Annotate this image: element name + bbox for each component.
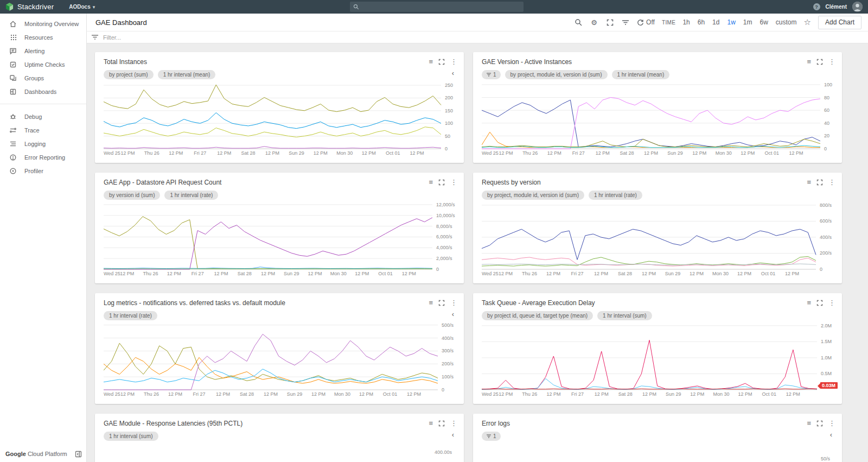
chart-card-log-metrics: Log metrics - notifications vs. deferred… [95,293,464,404]
legend-icon[interactable]: ≡ [429,299,433,307]
chevron-left-icon[interactable]: ‹ [452,310,454,318]
interval-badge[interactable]: 1 hr interval (sum) [104,432,158,441]
expand-icon[interactable] [438,420,445,427]
sidebar-item-profiler[interactable]: Profiler [0,164,86,178]
range-6w[interactable]: 6w [760,18,768,26]
filter-count-badge[interactable]: 1 [482,432,501,441]
global-search[interactable] [350,2,524,12]
stackdriver-brand[interactable]: Stackdriver [0,3,54,11]
line-chart-gae-version-active-instances[interactable]: 020406080100Wed 2512 PMThu 2612 PMFri 27… [482,81,838,156]
sidebar-item-debug[interactable]: Debug [0,110,86,123]
svg-text:0: 0 [824,146,827,151]
sidebar-item-trace[interactable]: Trace [0,123,86,137]
project-switcher[interactable]: AODocs ▾ [69,4,95,10]
more-options-icon[interactable]: ⋮ [828,178,835,186]
expand-icon[interactable] [816,179,823,186]
svg-text:Thu 26: Thu 26 [522,391,537,397]
line-chart-error-logs[interactable]: 50/s [482,443,838,462]
add-chart-button[interactable]: Add Chart [818,16,861,29]
svg-text:Thu 26: Thu 26 [522,150,538,156]
interval-badge[interactable]: 1 hr interval (rate) [104,311,157,320]
legend-icon[interactable]: ≡ [429,58,433,66]
range-1m[interactable]: 1m [743,18,752,26]
more-options-icon[interactable]: ⋮ [828,299,835,307]
legend-icon[interactable]: ≡ [807,58,811,66]
svg-text:Wed 25: Wed 25 [482,271,499,276]
sidebar-item-error-reporting[interactable]: Error Reporting [0,150,86,164]
more-options-icon[interactable]: ⋮ [828,58,835,66]
svg-text:12 PM: 12 PM [362,150,376,156]
range-1d[interactable]: 1d [712,18,719,26]
sidebar-item-monitoring-overview[interactable]: Monitoring Overview [0,17,86,30]
expand-icon[interactable] [816,59,823,65]
sidebar-item-uptime-checks[interactable]: Uptime Checks [0,58,86,71]
filter-icon[interactable] [621,18,630,27]
svg-text:Sat 28: Sat 28 [238,271,252,276]
line-chart-requests-by-version[interactable]: 0200/s400/s600/s800/sWed 2512 PMThu 2612… [482,202,838,277]
sidebar-collapse-icon[interactable] [75,450,82,457]
filter-count-badge[interactable]: 1 [482,70,501,79]
more-options-icon[interactable]: ⋮ [450,419,457,427]
aggregation-badge[interactable]: by version id (sum) [104,191,160,200]
help-icon[interactable]: ? [813,3,820,10]
line-chart-response-latencies[interactable]: 400.00s [104,443,459,462]
global-search-input[interactable] [359,4,520,10]
fullscreen-icon[interactable] [605,18,614,27]
svg-text:10,000/s: 10,000/s [436,213,455,218]
sidebar-item-dashboards[interactable]: Dashboards [0,85,86,98]
aggregation-badge[interactable]: by project, module id, version id (sum) [505,70,608,79]
search-icon[interactable] [574,18,583,27]
auto-refresh-toggle[interactable]: Off [637,18,655,26]
aggregation-badge[interactable]: by project, module id, version id (sum) [482,191,584,200]
svg-text:50: 50 [445,134,450,139]
svg-text:12 PM: 12 PM [499,391,513,397]
chevron-left-icon[interactable]: ‹ [452,69,454,77]
legend-icon[interactable]: ≡ [807,299,811,307]
more-options-icon[interactable]: ⋮ [450,178,457,186]
range-custom[interactable]: custom [776,18,797,26]
range-1w-active[interactable]: 1w [727,18,735,26]
svg-text:Wed 25: Wed 25 [104,271,120,276]
interval-badge[interactable]: 1 hr interval (rate) [589,191,642,200]
legend-icon[interactable]: ≡ [807,419,811,427]
sidebar-item-alerting[interactable]: Alerting [0,44,86,58]
sidebar-item-resources[interactable]: Resources [0,30,86,44]
aggregation-badge[interactable]: by project id, queue id, target type (me… [482,311,593,320]
svg-text:12 PM: 12 PM [402,271,416,276]
svg-text:12 PM: 12 PM [167,271,181,276]
svg-text:0: 0 [820,267,822,272]
line-chart-task-queue-delay[interactable]: 0.5M1.0M1.5M2.0MWed 2512 PMThu 2612 PMFr… [482,322,838,397]
svg-text:Sat 28: Sat 28 [241,150,256,156]
aggregation-badge[interactable]: by project (sum) [104,70,154,79]
gear-icon[interactable]: ⚙ [590,18,598,27]
expand-icon[interactable] [816,420,823,427]
sidebar-item-groups[interactable]: Groups [0,71,86,85]
dashboard-filter-input[interactable] [103,34,320,41]
expand-icon[interactable] [816,300,823,306]
interval-badge[interactable]: 1 hr interval (rate) [164,191,218,200]
more-options-icon[interactable]: ⋮ [828,419,835,427]
expand-icon[interactable] [438,59,445,65]
interval-badge[interactable]: 1 hr interval (sum) [597,311,652,320]
sidebar-item-logging[interactable]: Logging [0,137,86,150]
dashboard-icon [9,88,17,96]
line-chart-total-instances[interactable]: 050100150200250Wed 2512 PMThu 2612 PMFri… [104,81,459,156]
line-chart-log-metrics[interactable]: 0100/s200/s300/s400/s500/sWed 2512 PMThu… [104,322,459,397]
interval-badge[interactable]: 1 hr interval (mean) [158,70,216,79]
legend-icon[interactable]: ≡ [429,419,433,427]
svg-text:Sun 29: Sun 29 [287,391,303,397]
interval-badge[interactable]: 1 hr interval (mean) [612,70,670,79]
avatar[interactable] [852,2,863,12]
legend-icon[interactable]: ≡ [807,178,811,186]
favorite-star-icon[interactable]: ☆ [804,17,811,27]
legend-icon[interactable]: ≡ [429,178,433,186]
line-chart-datastore-api-request-count[interactable]: 02,000/s4,000/s6,000/s8,000/s10,000/s12,… [104,202,459,277]
range-1h[interactable]: 1h [682,18,690,26]
more-options-icon[interactable]: ⋮ [450,58,457,66]
expand-icon[interactable] [438,179,445,186]
chevron-left-icon[interactable]: ‹ [830,431,832,439]
chevron-left-icon[interactable]: ‹ [452,431,454,439]
more-options-icon[interactable]: ⋮ [450,299,457,307]
range-6h[interactable]: 6h [698,18,705,26]
expand-icon[interactable] [438,300,445,306]
